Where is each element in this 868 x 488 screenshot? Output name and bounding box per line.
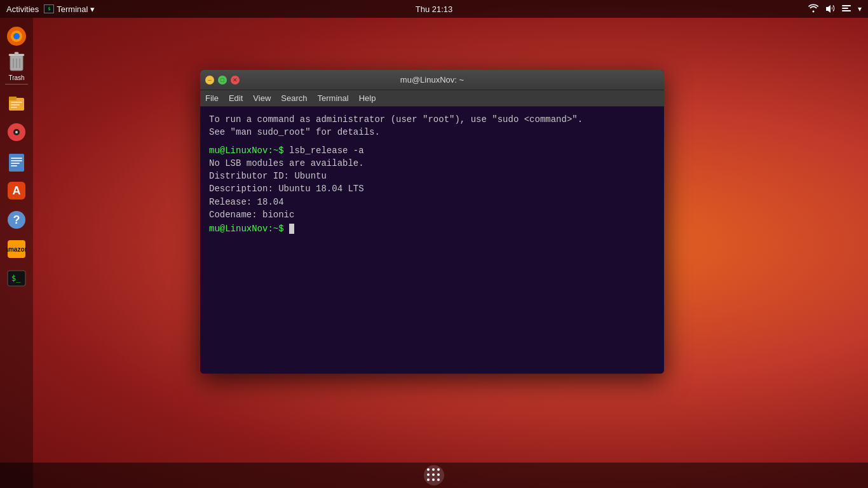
- writer-icon: [5, 150, 28, 173]
- menu-search[interactable]: Search: [281, 93, 307, 103]
- svg-rect-13: [9, 97, 17, 100]
- volume-icon[interactable]: [825, 4, 835, 15]
- terminal-dropdown-icon: ▾: [90, 4, 95, 14]
- help-icon: ?: [5, 208, 28, 231]
- appstore-icon: A: [5, 179, 28, 202]
- terminal-prompt2-space: [284, 224, 289, 234]
- notification-icon[interactable]: [841, 4, 851, 15]
- svg-rect-0: [842, 5, 851, 6]
- terminal-title: mu@LinuxNov: ~: [400, 75, 464, 85]
- topbar: Activities $ Terminal ▾ Thu 21:13: [0, 0, 868, 18]
- terminal-dock-icon: $_: [5, 267, 28, 290]
- terminal-body[interactable]: To run a command as administrator (user …: [200, 107, 664, 374]
- dock-item-trash[interactable]: Trash: [3, 52, 30, 79]
- trash-icon: Trash: [6, 50, 27, 81]
- music-icon: [5, 121, 28, 144]
- svg-rect-14: [11, 102, 22, 103]
- terminal-app-icon: $: [44, 4, 54, 13]
- topbar-right: ▾: [808, 4, 862, 15]
- desktop: Activities $ Terminal ▾ Thu 21:13: [0, 0, 868, 488]
- svg-rect-21: [11, 158, 22, 159]
- terminal-line-prompt2: mu@LinuxNov:~$: [209, 222, 655, 235]
- terminal-controls: – □ ✕: [205, 76, 240, 85]
- amazon-icon: amazon: [5, 238, 28, 261]
- terminal-output-line3: Release: 18.04: [209, 196, 655, 208]
- menu-terminal[interactable]: Terminal: [318, 93, 349, 103]
- dock-item-amazon[interactable]: amazon: [3, 236, 30, 262]
- apps-grid-icon: [427, 468, 441, 482]
- maximize-button[interactable]: □: [218, 76, 227, 85]
- svg-text:A: A: [13, 184, 21, 197]
- svg-text:?: ?: [13, 214, 20, 226]
- dock-separator: [5, 84, 28, 85]
- menu-help[interactable]: Help: [359, 93, 376, 103]
- svg-text:amazon: amazon: [6, 246, 27, 253]
- svg-rect-15: [11, 104, 20, 105]
- svg-rect-22: [11, 160, 22, 161]
- terminal-line-command1: mu@LinuxNov:~$ lsb_release -a: [209, 144, 655, 157]
- terminal-intro-line2: See "man sudo_root" for details.: [209, 126, 655, 139]
- svg-rect-8: [15, 52, 18, 55]
- dock-item-firefox[interactable]: [3, 23, 30, 50]
- files-icon: [5, 92, 28, 114]
- dock: Trash: [0, 18, 33, 488]
- wifi-icon[interactable]: [808, 4, 818, 15]
- svg-point-19: [15, 131, 18, 133]
- taskbar-bottom: [0, 463, 868, 488]
- terminal-output-line0: No LSB modules are available.: [209, 157, 655, 170]
- svg-rect-16: [11, 107, 17, 108]
- topbar-dropdown-icon[interactable]: ▾: [858, 4, 862, 13]
- dock-item-files[interactable]: [3, 90, 30, 116]
- terminal-cursor: [289, 224, 294, 234]
- topbar-left: Activities $ Terminal ▾: [6, 4, 95, 14]
- menu-edit[interactable]: Edit: [229, 93, 243, 103]
- trash-label: Trash: [8, 74, 24, 81]
- svg-rect-24: [11, 165, 17, 166]
- clock: Thu 21:13: [416, 4, 453, 14]
- menu-file[interactable]: File: [205, 93, 219, 103]
- svg-rect-23: [11, 163, 20, 164]
- terminal-command1: lsb_release -a: [284, 146, 364, 156]
- terminal-prompt2: mu@LinuxNov:~$: [209, 224, 284, 234]
- terminal-output-line2: Description: Ubuntu 18.04 LTS: [209, 182, 655, 195]
- terminal-menubar: File Edit View Search Terminal Help: [200, 90, 664, 107]
- firefox-icon: [5, 25, 28, 48]
- terminal-titlebar: – □ ✕ mu@LinuxNov: ~: [200, 70, 664, 90]
- terminal-intro-line1: To run a command as administrator (user …: [209, 113, 655, 126]
- dock-item-help[interactable]: ?: [3, 207, 30, 233]
- terminal-prompt1: mu@LinuxNov:~$: [209, 146, 284, 156]
- show-apps-button[interactable]: [424, 465, 444, 485]
- terminal-output-line1: Distributor ID: Ubuntu: [209, 170, 655, 182]
- minimize-button[interactable]: –: [205, 76, 214, 85]
- menu-view[interactable]: View: [253, 93, 271, 103]
- dock-item-writer[interactable]: [3, 148, 30, 175]
- terminal-output-line4: Codename: bionic: [209, 208, 655, 221]
- svg-point-5: [13, 33, 20, 39]
- dock-item-terminal[interactable]: $_: [3, 265, 30, 292]
- dock-item-music[interactable]: [3, 119, 30, 146]
- terminal-label: Terminal: [57, 4, 88, 14]
- activities-button[interactable]: Activities: [6, 4, 39, 14]
- dock-item-appstore[interactable]: A: [3, 177, 30, 204]
- close-button[interactable]: ✕: [231, 76, 240, 85]
- terminal-window: – □ ✕ mu@LinuxNov: ~ File Edit View Sear…: [200, 70, 664, 374]
- svg-text:$_: $_: [11, 274, 21, 283]
- svg-rect-2: [842, 10, 851, 11]
- svg-rect-1: [842, 8, 848, 9]
- terminal-menu-button[interactable]: $ Terminal ▾: [44, 4, 95, 14]
